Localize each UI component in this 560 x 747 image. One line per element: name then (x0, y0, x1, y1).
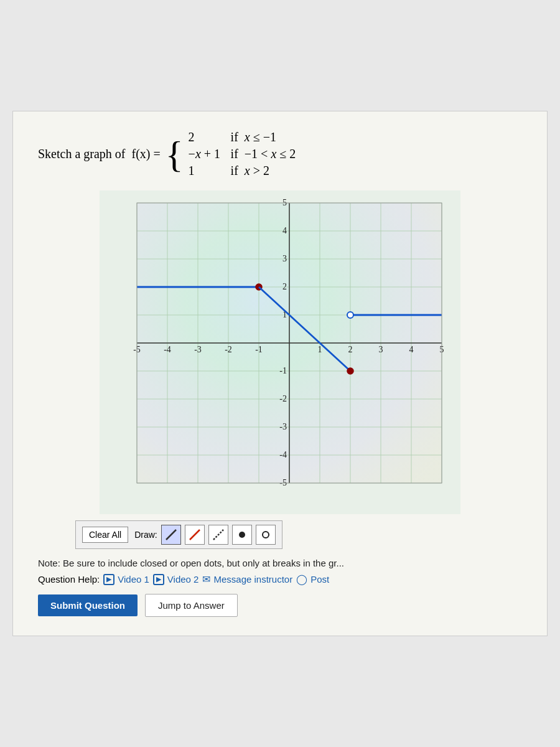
graph-container (38, 190, 522, 514)
message-instructor-link[interactable]: ✉ Message instructor (202, 573, 292, 585)
svg-line-2 (213, 530, 223, 540)
jump-button[interactable]: Jump to Answer (145, 594, 238, 617)
video2-icon: ▶ (153, 574, 164, 585)
clear-all-button[interactable]: Clear All (82, 527, 128, 543)
problem-statement: Sketch a graph of f(x) = { 2 if x ≤ −1 −… (38, 130, 522, 178)
question-help-label: Question Help: (38, 574, 100, 585)
action-buttons: Submit Question Jump to Answer (38, 594, 522, 617)
main-container: Sketch a graph of f(x) = { 2 if x ≤ −1 −… (12, 111, 548, 636)
draw-tool-line3[interactable] (208, 525, 228, 545)
draw-tool-line2[interactable] (185, 525, 205, 545)
svg-point-3 (239, 532, 245, 538)
case-row-2: −x + 1 if −1 < x ≤ 2 (189, 147, 306, 161)
brace-symbol: { (166, 136, 184, 173)
graph-canvas[interactable] (100, 190, 460, 514)
case-cond-1: if x ≤ −1 (231, 130, 306, 144)
post-link[interactable]: ◯ Post (296, 573, 329, 585)
post-label: Post (310, 574, 329, 585)
case-value-1: 2 (189, 130, 226, 144)
graph-wrapper (100, 190, 460, 514)
case-value-2: −x + 1 (189, 147, 226, 161)
video2-label: Video 2 (167, 574, 199, 585)
question-help: Question Help: ▶ Video 1 ▶ Video 2 ✉ Mes… (38, 573, 522, 585)
cases-table: 2 if x ≤ −1 −x + 1 if −1 < x ≤ 2 1 if x … (189, 130, 306, 178)
video2-link[interactable]: ▶ Video 2 (153, 574, 199, 585)
draw-tool-dot-closed[interactable] (232, 525, 252, 545)
submit-button[interactable]: Submit Question (38, 594, 138, 616)
video1-link[interactable]: ▶ Video 1 (103, 574, 149, 585)
case-row-3: 1 if x > 2 (189, 164, 306, 178)
video1-icon: ▶ (103, 574, 114, 585)
draw-tool-line1[interactable] (161, 525, 181, 545)
draw-label: Draw: (134, 530, 157, 540)
svg-point-4 (263, 532, 269, 538)
case-value-3: 1 (189, 164, 226, 178)
case-cond-3: if x > 2 (231, 164, 306, 178)
draw-tool-dot-open[interactable] (256, 525, 276, 545)
toolbar: Clear All Draw: (75, 520, 282, 549)
svg-line-0 (166, 530, 176, 540)
sketch-text: Sketch a graph of (38, 147, 126, 161)
note-section: Note: Be sure to include closed or open … (38, 558, 522, 568)
case-row-1: 2 if x ≤ −1 (189, 130, 306, 144)
note-text: Note: Be sure to include closed or open … (38, 558, 344, 568)
video1-label: Video 1 (118, 574, 149, 585)
function-name: f(x) = (132, 147, 161, 161)
post-icon: ◯ (296, 573, 307, 585)
svg-line-1 (190, 530, 200, 540)
envelope-icon: ✉ (202, 573, 210, 585)
case-cond-2: if −1 < x ≤ 2 (231, 147, 306, 161)
message-instructor-label: Message instructor (213, 574, 292, 585)
